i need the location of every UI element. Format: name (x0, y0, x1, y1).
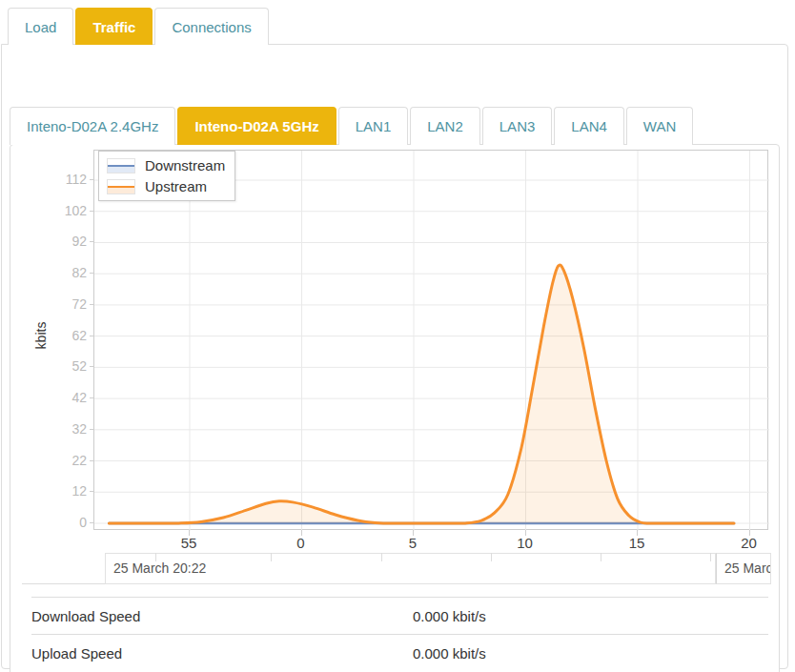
period-minor-tick (710, 553, 711, 561)
speed-table: Download Speed 0.000 kbit/s Upload Speed… (31, 597, 768, 671)
y-tick-label: 0 (47, 515, 87, 530)
chart-panel: kbits Downstream Upstream 01222324252627… (10, 144, 780, 672)
period-minor-tick (601, 553, 601, 561)
upload-speed-label: Upload Speed (31, 645, 413, 662)
x-tick-label: 0 (280, 535, 322, 551)
period-minor-tick (491, 553, 492, 561)
downstream-swatch-icon (107, 158, 135, 173)
tab-lan2[interactable]: LAN2 (410, 107, 480, 145)
main-tab-bar: Load Traffic Connections (0, 0, 795, 45)
x-tick-label: 55 (168, 535, 210, 551)
tab-lan4[interactable]: LAN4 (554, 107, 624, 145)
y-tick-mark (90, 366, 94, 367)
table-row: Upload Speed 0.000 kbit/s (31, 634, 768, 671)
y-tick-mark (90, 304, 94, 305)
download-speed-value: 0.000 kbit/s (413, 608, 486, 624)
tab-inteno-d02a-5ghz[interactable]: Inteno-D02A 5GHz (177, 107, 336, 145)
y-tick-mark (90, 241, 94, 242)
table-row: Download Speed 0.000 kbit/s (31, 597, 768, 634)
x-tick-label: 20 (728, 535, 770, 551)
time-range-start: 25 March 20:22 (105, 553, 716, 584)
tab-wan[interactable]: WAN (626, 107, 693, 145)
y-tick-label: 62 (47, 328, 87, 343)
period-minor-tick (381, 553, 382, 561)
x-tick-label: 10 (504, 535, 546, 551)
legend-label: Downstream (145, 157, 225, 173)
period-minor-tick (271, 553, 272, 561)
x-tick-mark (525, 530, 526, 536)
y-tick-label: 12 (47, 483, 87, 499)
y-tick-label: 42 (47, 390, 87, 405)
y-tick-mark (90, 429, 94, 430)
y-tick-label: 102 (47, 203, 87, 218)
legend-item-downstream: Downstream (107, 157, 225, 173)
download-speed-label: Download Speed (31, 608, 413, 624)
y-tick-label: 22 (47, 453, 87, 468)
x-tick-mark (749, 530, 750, 536)
x-tick-mark (189, 530, 190, 536)
x-tick-mark (301, 530, 302, 536)
period-minor-tick (155, 553, 156, 561)
y-tick-mark (90, 273, 94, 274)
x-tick-mark (637, 530, 638, 536)
y-tick-mark (90, 179, 94, 180)
interface-tab-bar: Inteno-D02A 2.4GHz Inteno-D02A 5GHz LAN1… (2, 107, 693, 145)
tab-lan3[interactable]: LAN3 (482, 107, 553, 145)
y-tick-mark (90, 522, 94, 523)
y-tick-label: 92 (47, 234, 87, 249)
y-tick-mark (90, 491, 94, 492)
x-tick-label: 15 (616, 535, 658, 551)
y-tick-mark (90, 336, 94, 336)
tab-lan1[interactable]: LAN1 (338, 107, 409, 145)
tab-traffic[interactable]: Traffic (75, 8, 153, 45)
legend-item-upstream: Upstream (107, 178, 225, 194)
upload-speed-value: 0.000 kbit/s (413, 645, 486, 662)
y-tick-label: 72 (47, 296, 87, 312)
y-tick-mark (90, 397, 94, 398)
y-tick-label: 82 (47, 265, 87, 280)
time-range-end: 25 March (716, 553, 771, 584)
x-tick-label: 5 (392, 535, 434, 551)
traffic-panel: Inteno-D02A 2.4GHz Inteno-D02A 5GHz LAN1… (1, 44, 788, 669)
y-tick-label: 52 (47, 358, 87, 374)
legend-label: Upstream (145, 178, 207, 194)
traffic-chart-plot (93, 150, 768, 530)
time-range-row: 25 March 20:22 25 March (22, 553, 769, 584)
chart-legend: Downstream Upstream (98, 151, 235, 201)
y-tick-mark (90, 460, 94, 461)
tab-inteno-d02a-24ghz[interactable]: Inteno-D02A 2.4GHz (10, 107, 175, 145)
traffic-chart-svg (94, 151, 769, 531)
upstream-swatch-icon (107, 179, 135, 194)
tab-load[interactable]: Load (8, 8, 73, 45)
y-tick-label: 112 (47, 172, 87, 187)
x-tick-mark (413, 530, 414, 536)
tab-connections[interactable]: Connections (154, 8, 268, 45)
y-tick-mark (90, 211, 94, 212)
y-tick-label: 32 (47, 421, 87, 437)
